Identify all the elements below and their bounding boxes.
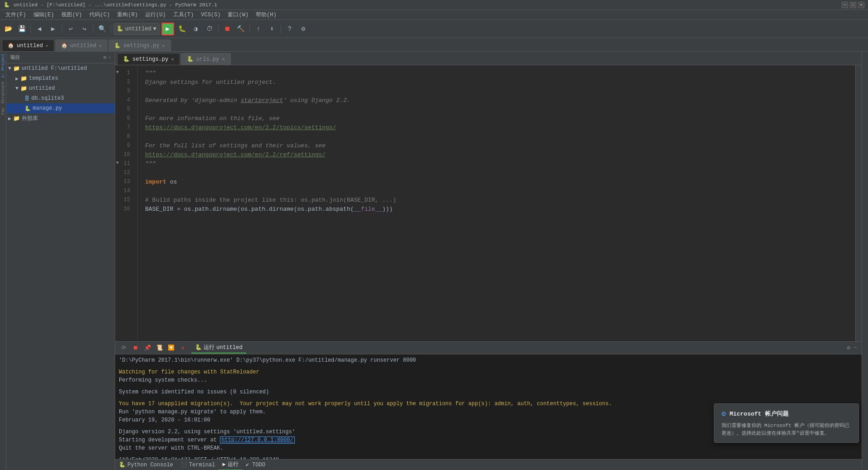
nav-favorites[interactable]: Fav — [0, 106, 6, 116]
toolbar-forward-btn[interactable]: ▶ — [47, 23, 59, 35]
ln-10: 10 — [115, 150, 134, 160]
bp-stop-btn[interactable]: ⏹ — [131, 343, 141, 353]
server-link[interactable]: http://127.0.0.1:8000/ — [220, 436, 294, 444]
coverage-button[interactable]: ◑ — [190, 23, 202, 35]
bp-minimize-btn[interactable]: – — [853, 344, 858, 352]
menu-view[interactable]: 视图(V) — [58, 10, 86, 20]
build-button[interactable]: 🔨 — [234, 23, 247, 35]
tree-untitled-sub[interactable]: ▼ 📁 untitled — [6, 83, 115, 93]
title-bar-controls[interactable]: ─ □ ✕ — [842, 2, 864, 8]
sp-collapse-icon[interactable]: – — [108, 54, 111, 60]
bp-settings-btn[interactable]: ✕ — [178, 343, 188, 353]
menu-window[interactable]: 窗口(W) — [224, 10, 252, 20]
top-tab-2-icon: 🐍 — [114, 43, 121, 48]
toolbar-redo-btn[interactable]: ↪ — [78, 23, 91, 35]
code-content[interactable]: """ Django settings for untitled project… — [138, 65, 855, 341]
run-label: 运行 — [228, 460, 239, 468]
bp-pin-btn[interactable]: 📌 — [142, 343, 152, 353]
tree-templates-expand-icon: ▶ — [15, 76, 19, 82]
terminal-button[interactable]: ⬇ — [266, 23, 278, 35]
code-line-1: """ — [145, 69, 848, 78]
editor-tab-urls[interactable]: 🐍 urls.py ✕ — [181, 53, 231, 65]
terminal-label: Terminal — [189, 462, 215, 468]
ln-8: 8 — [115, 132, 134, 141]
toolbar-save-btn[interactable]: 💾 — [15, 23, 28, 35]
menu-edit[interactable]: 编辑(E) — [30, 10, 58, 20]
tree-manage-icon: 🐍 — [24, 106, 31, 111]
title-bar-text: untitled - [F:\untitled] - ...\untitled\… — [14, 2, 217, 8]
code-line-10: https://docs.djangoproject.com/en/2.2/re… — [145, 150, 848, 160]
menu-run[interactable]: 运行(U) — [141, 10, 170, 20]
tree-db[interactable]: 🗄 db.sqlite3 — [6, 93, 115, 103]
toolbar-sep-5 — [218, 24, 219, 34]
bottom-run-icon: 🐍 — [195, 344, 202, 351]
ln-13: 13 — [115, 178, 134, 187]
editor-tab-settings-close[interactable]: ✕ — [171, 56, 174, 62]
bp-gear-btn[interactable]: ⚙ — [846, 344, 851, 352]
menu-code[interactable]: 代码(C) — [86, 10, 114, 20]
run-config-selector[interactable]: 🐍 untitled ▼ — [113, 23, 160, 35]
python-console-icon: 🐍 — [119, 461, 126, 468]
vcs-button[interactable]: ↑ — [252, 23, 265, 35]
toolbar-undo-btn[interactable]: ↩ — [64, 23, 77, 35]
menu-tools[interactable]: 工具(T) — [170, 10, 198, 20]
top-tab-2-label: settings.py — [123, 43, 159, 49]
todo-tab[interactable]: ✔ TODO — [242, 460, 269, 470]
run-config-dropdown-icon: ▼ — [153, 26, 156, 32]
menu-refactor[interactable]: 重构(R) — [113, 10, 141, 20]
debug-button[interactable]: 🐛 — [176, 23, 189, 35]
top-tab-0[interactable]: 🏠 untitled ✕ — [2, 39, 54, 51]
top-tab-0-close[interactable]: ✕ — [46, 43, 49, 48]
code-line-13: import os — [145, 178, 848, 187]
bp-rerun-btn[interactable]: ⟳ — [119, 343, 129, 353]
run-tab[interactable]: ▶ 运行 — [219, 460, 242, 470]
side-panel-title: 项目 — [10, 54, 20, 61]
editor-tab-settings[interactable]: 🐍 settings.py ✕ — [117, 53, 180, 65]
tree-root[interactable]: ▼ 📁 untitled F:\untitled — [6, 63, 115, 73]
side-panel-header: 项目 ⚙ – — [6, 52, 115, 63]
stop-button[interactable]: ⏹ — [221, 23, 234, 35]
tree-templates[interactable]: ▶ 📁 templates — [6, 73, 115, 83]
top-tab-2-close[interactable]: ✕ — [162, 43, 165, 48]
minimize-button[interactable]: ─ — [842, 2, 848, 8]
toolbar-back-btn[interactable]: ◀ — [33, 23, 46, 35]
nav-structure[interactable]: Structure — [0, 80, 6, 106]
terminal-tab[interactable]: ⬛ Terminal — [177, 460, 219, 470]
menu-help[interactable]: 帮助(H) — [252, 10, 280, 20]
editor-tab-urls-close[interactable]: ✕ — [222, 56, 225, 62]
maximize-button[interactable]: □ — [850, 2, 856, 8]
term-blank-1 — [119, 364, 858, 368]
python-console-tab[interactable]: 🐍 Python Console — [115, 460, 177, 470]
bp-filter-btn[interactable]: 🔽 — [166, 343, 176, 353]
toolbar-sep-7 — [281, 24, 281, 34]
menu-vcs[interactable]: VCS(S) — [197, 10, 224, 20]
profile-button[interactable]: ⏱ — [203, 23, 216, 35]
top-tab-2[interactable]: 🐍 settings.py ✕ — [108, 39, 171, 51]
term-line-3: Watching for file changes with StatReloa… — [119, 368, 858, 376]
nav-project[interactable]: 1: Project — [0, 52, 6, 80]
code-line-11: """ — [145, 160, 848, 169]
tree-external[interactable]: ▶ 📁 外部库 — [6, 113, 115, 123]
bottom-panel-header: ⟳ ⏹ 📌 📜 🔽 ✕ 🐍 运行 untitled ⚙ – — [115, 342, 862, 354]
close-button[interactable]: ✕ — [858, 2, 864, 8]
menu-file[interactable]: 文件(F) — [2, 10, 30, 20]
editor-area: 🐍 settings.py ✕ 🐍 urls.py ✕ ▼1 2 3 — [115, 52, 862, 341]
top-tab-1[interactable]: 🏠 untitled ✕ — [55, 39, 108, 51]
tree-manage[interactable]: 🐍 manage.py — [6, 103, 115, 113]
tree-untitled-expand-icon: ▼ — [15, 86, 19, 91]
title-bar-left: 🐍 untitled - [F:\untitled] - ...\untitle… — [4, 2, 217, 8]
settings-button[interactable]: ⚙ — [297, 23, 310, 35]
code-editor[interactable]: ▼1 2 3 4 5 6 7 8 9 10 ▼11 12 13 14 — [115, 65, 862, 341]
toolbar-search-btn[interactable]: 🔍 — [96, 23, 108, 35]
todo-label: ✔ TODO — [246, 461, 265, 468]
top-tab-1-close[interactable]: ✕ — [99, 43, 102, 48]
help-button[interactable]: ? — [283, 23, 296, 35]
run-button[interactable]: ▶ — [161, 23, 174, 35]
notification-icon: ⚙ — [722, 409, 726, 418]
bp-scroll-btn[interactable]: 📜 — [154, 343, 164, 353]
sp-gear-icon[interactable]: ⚙ — [103, 54, 107, 60]
toolbar-open-btn[interactable]: 📂 — [2, 23, 15, 35]
tree-manage-label: manage.py — [33, 105, 62, 111]
run-config-label: untitled — [125, 26, 151, 32]
bottom-run-tab[interactable]: 🐍 运行 untitled — [191, 343, 246, 354]
